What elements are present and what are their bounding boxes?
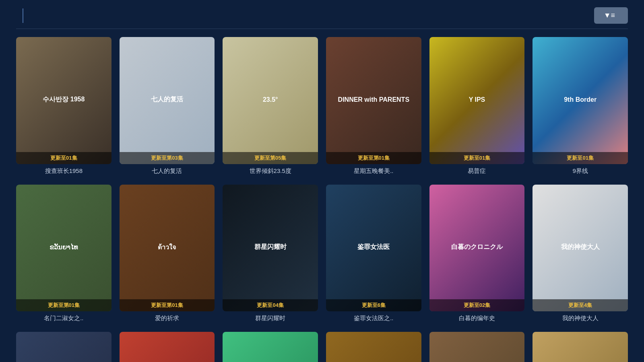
show-poster-16 <box>326 332 421 362</box>
show-card-18[interactable]: 心动 <box>533 332 628 362</box>
show-title-4: 星期五晚餐美.. <box>326 167 421 175</box>
show-poster-10: 鉴罪女法医更新至6集 <box>326 185 421 312</box>
show-badge-2: 更新至第03集 <box>120 152 215 164</box>
show-poster-11: 白暮のクロニクル更新至02集 <box>429 185 525 312</box>
show-poster-8: ด้าวใจ更新至第01集 <box>120 185 215 312</box>
show-title-9: 群星闪耀时 <box>223 315 318 322</box>
show-card-16[interactable] <box>326 332 421 362</box>
show-title-6: 9界线 <box>533 167 628 175</box>
filter-icon: ▼≡ <box>604 11 615 20</box>
show-poster-18: 心动 <box>533 332 628 362</box>
header-left <box>16 8 30 23</box>
show-title-5: 易普症 <box>429 167 525 175</box>
show-badge-10: 更新至6集 <box>326 299 421 311</box>
show-badge-5: 更新至01集 <box>429 152 525 164</box>
show-badge-4: 更新至第01集 <box>326 152 421 164</box>
show-title-1: 搜查班长1958 <box>16 167 111 175</box>
show-badge-9: 更新至04集 <box>223 299 318 311</box>
show-poster-5: Y IPS更新至01集 <box>429 37 525 164</box>
show-badge-1: 更新至01集 <box>16 152 111 164</box>
header-divider <box>23 8 23 23</box>
show-card-6[interactable]: 9th Border更新至01集9界线 <box>533 37 628 175</box>
show-title-3: 世界倾斜23.5度 <box>223 167 318 175</box>
show-badge-3: 更新至第05集 <box>223 152 318 164</box>
show-card-8[interactable]: ด้าวใจ更新至第01集爱的祈求 <box>120 185 215 323</box>
show-badge-12: 更新至4集 <box>533 299 628 311</box>
show-title-11: 白暮的编年史 <box>429 315 525 322</box>
show-card-9[interactable]: 群星闪耀时更新至04集群星闪耀时 <box>223 185 318 323</box>
show-card-14[interactable] <box>120 332 215 362</box>
show-badge-8: 更新至第01集 <box>120 299 215 311</box>
show-poster-6: 9th Border更新至01集 <box>533 37 628 164</box>
show-card-7[interactable]: ຂວັນຍາໄທ更新至第01集名门二淑女之.. <box>16 185 111 323</box>
show-poster-2: 七人的复活更新至第03集 <box>120 37 215 164</box>
show-card-10[interactable]: 鉴罪女法医更新至6集鉴罪女法医之.. <box>326 185 421 323</box>
show-poster-13 <box>16 332 111 362</box>
show-card-13[interactable] <box>16 332 111 362</box>
show-card-4[interactable]: DINNER with PARENTS更新至第01集星期五晚餐美.. <box>326 37 421 175</box>
show-title-12: 我的神使大人 <box>533 315 628 322</box>
show-card-17[interactable]: 风月 无边 <box>429 332 525 362</box>
show-card-11[interactable]: 白暮のクロニクル更新至02集白暮的编年史 <box>429 185 525 323</box>
show-poster-9: 群星闪耀时更新至04集 <box>223 185 318 312</box>
show-card-12[interactable]: 我的神使大人更新至4集我的神使大人 <box>533 185 628 323</box>
show-poster-12: 我的神使大人更新至4集 <box>533 185 628 312</box>
show-badge-11: 更新至02集 <box>429 299 525 311</box>
show-poster-15 <box>223 332 318 362</box>
show-poster-1: 수사반장 1958更新至01集 <box>16 37 111 164</box>
show-poster-14 <box>120 332 215 362</box>
show-poster-7: ຂວັນຍາໄທ更新至第01集 <box>16 185 111 312</box>
show-title-7: 名门二淑女之.. <box>16 315 111 322</box>
page-header: ▼≡ <box>0 0 644 29</box>
show-grid: 수사반장 1958更新至01集搜查班长1958七人的复活更新至第03集七人的复活… <box>16 37 628 362</box>
show-poster-4: DINNER with PARENTS更新至第01集 <box>326 37 421 164</box>
show-badge-7: 更新至第01集 <box>16 299 111 311</box>
show-card-2[interactable]: 七人的复活更新至第03集七人的复活 <box>120 37 215 175</box>
show-title-8: 爱的祈求 <box>120 315 215 322</box>
show-card-5[interactable]: Y IPS更新至01集易普症 <box>429 37 525 175</box>
show-badge-6: 更新至01集 <box>533 152 628 164</box>
show-title-2: 七人的复活 <box>120 167 215 175</box>
show-poster-3: 23.5°更新至第05集 <box>223 37 318 164</box>
show-card-3[interactable]: 23.5°更新至第05集世界倾斜23.5度 <box>223 37 318 175</box>
show-card-15[interactable] <box>223 332 318 362</box>
show-card-1[interactable]: 수사반장 1958更新至01集搜查班长1958 <box>16 37 111 175</box>
menu-button[interactable]: ▼≡ <box>594 7 628 24</box>
show-title-10: 鉴罪女法医之.. <box>326 315 421 322</box>
content-grid: 수사반장 1958更新至01集搜查班长1958七人的复活更新至第03集七人的复活… <box>0 29 644 362</box>
show-poster-17: 风月 无边 <box>429 332 525 362</box>
